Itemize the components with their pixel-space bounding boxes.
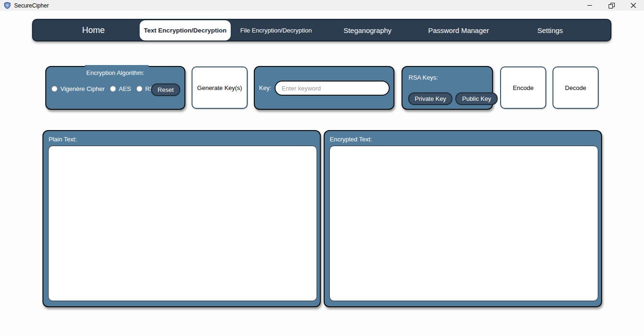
main-nav-bar: Home Text Encryption/Decryption File Enc…	[32, 19, 611, 41]
rsa-keys-label: RSA Keys:	[409, 74, 438, 81]
reset-button[interactable]: Reset	[151, 83, 180, 96]
private-key-button[interactable]: Private Key	[408, 92, 452, 105]
radio-aes-label[interactable]: AES	[119, 85, 131, 92]
radio-rsa[interactable]	[136, 86, 142, 92]
window-title: SecureCipher	[14, 2, 49, 9]
key-input[interactable]	[275, 81, 390, 96]
close-icon	[631, 3, 636, 8]
legend-notch	[85, 65, 149, 69]
minimize-button[interactable]	[579, 0, 601, 11]
window-controls	[579, 0, 644, 11]
key-label: Key:	[259, 67, 271, 109]
plain-text-panel: Plain Text:	[42, 130, 321, 307]
restore-icon	[609, 3, 615, 8]
tab-password-manager[interactable]: Password Manager	[428, 20, 489, 41]
encode-button[interactable]: Encode	[500, 66, 546, 109]
rsa-buttons-row: Private Key Public Key	[408, 92, 498, 105]
encrypted-text-panel: Encrypted Text:	[324, 130, 602, 307]
tab-steganography[interactable]: Steganography	[343, 20, 392, 41]
key-panel: Key:	[254, 66, 394, 110]
encryption-algorithm-legend: Encryption Algorithm:	[46, 69, 184, 76]
minimize-icon	[587, 5, 592, 6]
radio-vigenere-cipher-label[interactable]: Vigenère Cipher	[60, 85, 105, 92]
encrypted-text-area[interactable]	[329, 146, 598, 301]
radio-vigenere-cipher[interactable]	[51, 86, 58, 92]
securecipher-window: SecureCipher Home Text Encryption/Decryp…	[0, 0, 644, 336]
plain-text-area[interactable]	[48, 146, 317, 301]
tab-settings[interactable]: Settings	[537, 20, 563, 41]
rsa-keys-panel: RSA Keys: Private Key Public Key	[401, 66, 493, 110]
radio-aes[interactable]	[110, 86, 116, 92]
encrypted-text-label: Encrypted Text:	[330, 136, 372, 143]
shield-app-icon	[4, 2, 11, 9]
decode-button[interactable]: Decode	[552, 66, 599, 109]
tab-file-encryption-decryption[interactable]: File Encryption/Decryption	[240, 20, 312, 41]
maximize-restore-button[interactable]	[601, 0, 622, 11]
encryption-algorithm-panel: Encryption Algorithm: Vigenère Cipher AE…	[45, 66, 185, 110]
generate-keys-button[interactable]: Generate Key(s)	[192, 66, 248, 109]
public-key-button[interactable]: Public Key	[455, 92, 497, 105]
tab-text-encryption-decryption[interactable]: Text Encryption/Decryption	[140, 20, 231, 41]
title-bar: SecureCipher	[0, 0, 644, 11]
algorithm-radio-group: Vigenère Cipher AES RSA	[51, 85, 163, 92]
plain-text-label: Plain Text:	[49, 136, 77, 143]
tab-home[interactable]: Home	[82, 20, 105, 41]
close-button[interactable]	[622, 0, 644, 11]
